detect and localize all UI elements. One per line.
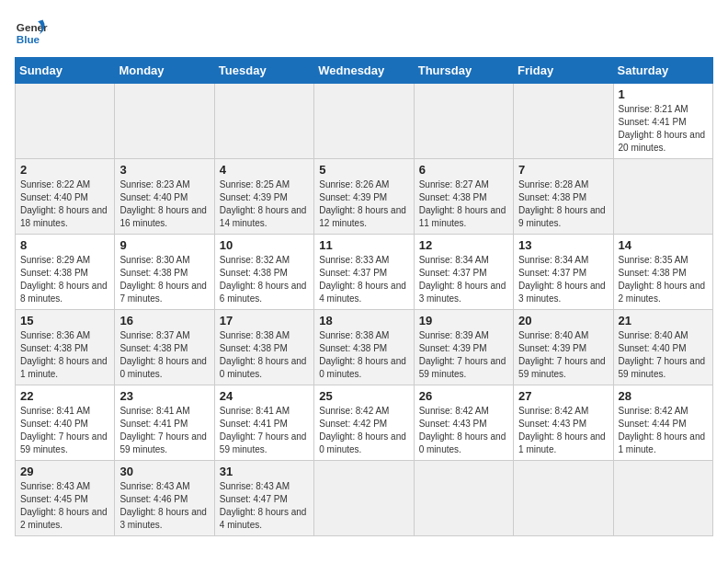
- calendar-day-9: 9Sunrise: 8:30 AMSunset: 4:38 PMDaylight…: [115, 235, 214, 310]
- empty-cell: [514, 84, 613, 159]
- calendar-day-22: 22Sunrise: 8:41 AMSunset: 4:40 PMDayligh…: [16, 385, 115, 461]
- day-info: Sunrise: 8:42 AMSunset: 4:44 PMDaylight:…: [619, 405, 708, 456]
- day-info: Sunrise: 8:38 AMSunset: 4:38 PMDaylight:…: [319, 329, 408, 381]
- calendar-day-13: 13Sunrise: 8:34 AMSunset: 4:37 PMDayligh…: [514, 235, 613, 310]
- calendar-day-27: 27Sunrise: 8:42 AMSunset: 4:43 PMDayligh…: [514, 385, 613, 461]
- calendar-day-6: 6Sunrise: 8:27 AMSunset: 4:38 PMDaylight…: [414, 159, 513, 235]
- day-info: Sunrise: 8:26 AMSunset: 4:39 PMDaylight:…: [319, 178, 408, 230]
- day-info: Sunrise: 8:41 AMSunset: 4:40 PMDaylight:…: [20, 405, 109, 456]
- calendar-day-3: 3Sunrise: 8:23 AMSunset: 4:40 PMDaylight…: [115, 159, 214, 235]
- day-number: 11: [319, 238, 408, 252]
- day-number: 12: [419, 238, 508, 252]
- header-day-saturday: Saturday: [613, 58, 712, 84]
- day-info: Sunrise: 8:36 AMSunset: 4:38 PMDaylight:…: [20, 329, 109, 381]
- empty-cell: [314, 461, 414, 536]
- day-number: 22: [20, 389, 109, 403]
- day-info: Sunrise: 8:40 AMSunset: 4:39 PMDaylight:…: [518, 329, 608, 381]
- day-number: 30: [119, 465, 209, 478]
- calendar-day-7: 7Sunrise: 8:28 AMSunset: 4:38 PMDaylight…: [514, 159, 613, 235]
- day-number: 6: [419, 163, 508, 177]
- calendar-day-17: 17Sunrise: 8:38 AMSunset: 4:38 PMDayligh…: [214, 310, 313, 385]
- empty-cell: [414, 84, 513, 159]
- calendar-day-15: 15Sunrise: 8:36 AMSunset: 4:38 PMDayligh…: [16, 310, 115, 385]
- day-info: Sunrise: 8:43 AMSunset: 4:45 PMDaylight:…: [20, 480, 109, 532]
- day-info: Sunrise: 8:27 AMSunset: 4:38 PMDaylight:…: [419, 178, 508, 230]
- day-number: 23: [119, 389, 209, 403]
- day-number: 9: [119, 238, 209, 252]
- day-info: Sunrise: 8:33 AMSunset: 4:37 PMDaylight:…: [319, 254, 408, 305]
- calendar-day-2: 2Sunrise: 8:22 AMSunset: 4:40 PMDaylight…: [16, 159, 115, 235]
- day-info: Sunrise: 8:23 AMSunset: 4:40 PMDaylight:…: [119, 178, 209, 230]
- calendar-row-4: 22Sunrise: 8:41 AMSunset: 4:40 PMDayligh…: [16, 385, 713, 461]
- calendar-day-10: 10Sunrise: 8:32 AMSunset: 4:38 PMDayligh…: [214, 235, 313, 310]
- empty-cell: [613, 159, 712, 235]
- header-day-sunday: Sunday: [16, 58, 115, 84]
- day-number: 8: [20, 238, 109, 252]
- day-number: 31: [220, 465, 309, 478]
- calendar-row-1: 2Sunrise: 8:22 AMSunset: 4:40 PMDaylight…: [16, 159, 713, 235]
- calendar-day-30: 30Sunrise: 8:43 AMSunset: 4:46 PMDayligh…: [115, 461, 214, 536]
- day-number: 19: [419, 314, 508, 327]
- day-number: 15: [20, 314, 109, 327]
- day-info: Sunrise: 8:40 AMSunset: 4:40 PMDaylight:…: [619, 329, 708, 381]
- calendar-day-4: 4Sunrise: 8:25 AMSunset: 4:39 PMDaylight…: [214, 159, 313, 235]
- empty-cell: [414, 461, 513, 536]
- header-day-wednesday: Wednesday: [314, 58, 414, 84]
- day-info: Sunrise: 8:34 AMSunset: 4:37 PMDaylight:…: [419, 254, 508, 305]
- calendar-day-1: 1Sunrise: 8:21 AMSunset: 4:41 PMDaylight…: [613, 84, 712, 159]
- day-info: Sunrise: 8:25 AMSunset: 4:39 PMDaylight:…: [220, 178, 309, 230]
- calendar-day-12: 12Sunrise: 8:34 AMSunset: 4:37 PMDayligh…: [414, 235, 513, 310]
- day-number: 26: [419, 389, 508, 403]
- day-info: Sunrise: 8:34 AMSunset: 4:37 PMDaylight:…: [518, 254, 608, 305]
- day-info: Sunrise: 8:43 AMSunset: 4:47 PMDaylight:…: [220, 480, 309, 532]
- day-number: 24: [220, 389, 309, 403]
- day-info: Sunrise: 8:21 AMSunset: 4:41 PMDaylight:…: [619, 103, 708, 155]
- day-info: Sunrise: 8:28 AMSunset: 4:38 PMDaylight:…: [518, 178, 608, 230]
- calendar-day-31: 31Sunrise: 8:43 AMSunset: 4:47 PMDayligh…: [214, 461, 313, 536]
- day-info: Sunrise: 8:32 AMSunset: 4:38 PMDaylight:…: [220, 254, 309, 305]
- header-day-friday: Friday: [514, 58, 613, 84]
- empty-cell: [613, 461, 712, 536]
- calendar-row-5: 29Sunrise: 8:43 AMSunset: 4:45 PMDayligh…: [16, 461, 713, 536]
- calendar-day-23: 23Sunrise: 8:41 AMSunset: 4:41 PMDayligh…: [115, 385, 214, 461]
- logo-icon: General Blue: [15, 15, 48, 48]
- day-number: 5: [319, 163, 408, 177]
- day-info: Sunrise: 8:37 AMSunset: 4:38 PMDaylight:…: [119, 329, 209, 381]
- calendar: SundayMondayTuesdayWednesdayThursdayFrid…: [15, 57, 713, 536]
- calendar-day-18: 18Sunrise: 8:38 AMSunset: 4:38 PMDayligh…: [314, 310, 414, 385]
- calendar-day-21: 21Sunrise: 8:40 AMSunset: 4:40 PMDayligh…: [613, 310, 712, 385]
- calendar-day-25: 25Sunrise: 8:42 AMSunset: 4:42 PMDayligh…: [314, 385, 414, 461]
- day-info: Sunrise: 8:22 AMSunset: 4:40 PMDaylight:…: [20, 178, 109, 230]
- day-number: 3: [119, 163, 209, 177]
- day-info: Sunrise: 8:41 AMSunset: 4:41 PMDaylight:…: [119, 405, 209, 456]
- calendar-row-0: 1Sunrise: 8:21 AMSunset: 4:41 PMDaylight…: [16, 84, 713, 159]
- calendar-day-5: 5Sunrise: 8:26 AMSunset: 4:39 PMDaylight…: [314, 159, 414, 235]
- day-number: 10: [220, 238, 309, 252]
- day-info: Sunrise: 8:43 AMSunset: 4:46 PMDaylight:…: [119, 480, 209, 532]
- day-number: 7: [518, 163, 608, 177]
- day-number: 13: [518, 238, 608, 252]
- calendar-day-8: 8Sunrise: 8:29 AMSunset: 4:38 PMDaylight…: [16, 235, 115, 310]
- svg-text:Blue: Blue: [17, 33, 40, 45]
- day-number: 20: [518, 314, 608, 327]
- day-number: 4: [220, 163, 309, 177]
- calendar-day-29: 29Sunrise: 8:43 AMSunset: 4:45 PMDayligh…: [16, 461, 115, 536]
- day-number: 18: [319, 314, 408, 327]
- day-info: Sunrise: 8:39 AMSunset: 4:39 PMDaylight:…: [419, 329, 508, 381]
- day-number: 21: [619, 314, 708, 327]
- calendar-day-14: 14Sunrise: 8:35 AMSunset: 4:38 PMDayligh…: [613, 235, 712, 310]
- day-number: 28: [619, 389, 708, 403]
- day-info: Sunrise: 8:41 AMSunset: 4:41 PMDaylight:…: [220, 405, 309, 456]
- day-info: Sunrise: 8:35 AMSunset: 4:38 PMDaylight:…: [619, 254, 708, 305]
- calendar-day-16: 16Sunrise: 8:37 AMSunset: 4:38 PMDayligh…: [115, 310, 214, 385]
- day-info: Sunrise: 8:29 AMSunset: 4:38 PMDaylight:…: [20, 254, 109, 305]
- empty-cell: [314, 84, 414, 159]
- logo: General Blue: [15, 15, 48, 48]
- header-day-thursday: Thursday: [414, 58, 513, 84]
- day-number: 1: [619, 87, 708, 101]
- day-number: 2: [20, 163, 109, 177]
- calendar-row-2: 8Sunrise: 8:29 AMSunset: 4:38 PMDaylight…: [16, 235, 713, 310]
- day-info: Sunrise: 8:42 AMSunset: 4:43 PMDaylight:…: [518, 405, 608, 456]
- calendar-day-28: 28Sunrise: 8:42 AMSunset: 4:44 PMDayligh…: [613, 385, 712, 461]
- header: General Blue: [15, 15, 713, 48]
